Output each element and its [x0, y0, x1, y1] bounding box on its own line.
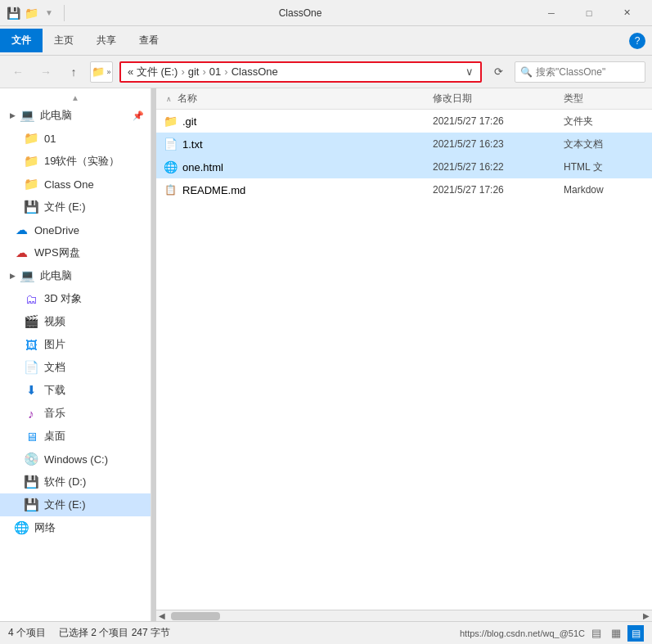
titlebar-save-icon[interactable]: 💾 — [7, 7, 20, 20]
forward-button[interactable]: → — [34, 61, 57, 83]
titlebar: 💾 📁 ▼ ClassOne ─ □ ✕ — [0, 0, 652, 26]
hscroll-thumb[interactable] — [171, 612, 220, 620]
tab-view[interactable]: 查看 — [128, 29, 170, 52]
soft-d-icon: 💾 — [23, 474, 39, 490]
filelist: 📁 .git 2021/5/27 17:26 文件夹 📄 1.txt 2021/… — [156, 110, 652, 610]
close-button[interactable]: ✕ — [608, 0, 645, 26]
col-header-type[interactable]: 类型 — [564, 92, 645, 106]
tab-home[interactable]: 主页 — [43, 29, 85, 52]
folder-19-icon: 📁 — [23, 153, 39, 169]
address-bar-input[interactable]: « 文件 (E:) › git › 01 › ClassOne ∨ — [119, 61, 482, 83]
sidebar-item-music[interactable]: ♪ 音乐 — [0, 402, 151, 425]
sidebar-item-this-pc[interactable]: ▶ 💻 此电脑 — [0, 264, 151, 287]
refresh-button[interactable]: ⟳ — [487, 61, 510, 83]
sidebar-item-file-e[interactable]: 💾 文件 (E:) — [0, 493, 151, 516]
onehtml-name-label: one.html — [182, 161, 223, 173]
items-count: 4 个项目 — [8, 626, 46, 640]
sidebar-item-video[interactable]: 🎬 视频 — [0, 310, 151, 333]
file-row-readme[interactable]: 📋 README.md 2021/5/27 17:26 Markdow — [156, 178, 652, 201]
help-button[interactable]: ? — [629, 33, 645, 49]
readme-name-label: README.md — [182, 184, 245, 196]
breadcrumb: « 文件 (E:) › git › 01 › ClassOne — [128, 65, 278, 79]
sidebar-label-soft-d: 软件 (D:) — [44, 475, 86, 489]
hscroll-left[interactable]: ◀ — [156, 610, 168, 622]
tab-share[interactable]: 共享 — [85, 29, 128, 52]
sidebar-label-this-pc: 此电脑 — [40, 268, 72, 283]
sidebar-scroll-up[interactable]: ▲ — [0, 92, 151, 104]
search-input[interactable] — [536, 66, 652, 78]
folder-icon: 📁 » — [90, 61, 113, 83]
sidebar-item-desktop[interactable]: 🖥 桌面 — [0, 425, 151, 448]
view-active-button[interactable]: ▤ — [627, 625, 644, 642]
breadcrumb-01: 01 — [209, 65, 221, 78]
file-name-readme: 📋 README.md — [163, 182, 433, 197]
onehtml-date: 2021/5/27 16:22 — [433, 161, 564, 173]
hscroll-right[interactable]: ▶ — [641, 610, 652, 622]
addressbar: ← → ↑ 📁 » « 文件 (E:) › git › 01 › ClassOn… — [0, 56, 652, 88]
music-icon: ♪ — [23, 405, 39, 421]
view-grid-button[interactable]: ▦ — [608, 625, 624, 642]
sidebar-item-pic[interactable]: 🖼 图片 — [0, 333, 151, 356]
website-label: https://blog.csdn.net/wq_@51C — [460, 628, 585, 638]
doc-icon: 📄 — [23, 359, 39, 376]
sidebar-item-this-pc-top[interactable]: ▶ 💻 此电脑 📌 — [0, 104, 151, 127]
file-row-onehtml[interactable]: 🌐 one.html 2021/5/27 16:22 HTML 文 — [156, 155, 652, 178]
pic-icon: 🖼 — [23, 336, 39, 353]
windows-c-icon: 💿 — [23, 451, 39, 467]
video-icon: 🎬 — [23, 313, 39, 330]
main-area: ▲ ▶ 💻 此电脑 📌 📁 01 📁 19软件（实验） 📁 Class One … — [0, 88, 652, 621]
titlebar-folder-icon[interactable]: 📁 — [25, 7, 38, 20]
selected-count: 已选择 2 个项目 247 字节 — [59, 626, 170, 640]
readme-type: Markdow — [564, 184, 645, 196]
minimize-button[interactable]: ─ — [533, 0, 570, 26]
sidebar-item-onedrive[interactable]: ☁ OneDrive — [0, 218, 151, 241]
search-box[interactable]: 🔍 — [515, 61, 645, 83]
filelist-header: ∧ 名称 修改日期 类型 — [156, 88, 652, 110]
up-button[interactable]: ↑ — [62, 61, 85, 83]
sidebar-item-19[interactable]: 📁 19软件（实验） — [0, 150, 151, 173]
sidebar: ▲ ▶ 💻 此电脑 📌 📁 01 📁 19软件（实验） 📁 Class One … — [0, 88, 151, 621]
sidebar-item-doc[interactable]: 📄 文档 — [0, 356, 151, 379]
git-type: 文件夹 — [564, 115, 645, 128]
sort-arrow-area: ∧ — [163, 95, 174, 103]
computer-icon: 💻 — [19, 107, 35, 124]
download-icon: ⬇ — [23, 382, 39, 399]
address-dropdown[interactable]: ∨ — [465, 65, 474, 78]
file-row-1txt[interactable]: 📄 1.txt 2021/5/27 16:23 文本文档 — [156, 133, 652, 155]
titlebar-arrow-icon: ▼ — [43, 7, 56, 20]
view-list-button[interactable]: ▤ — [588, 625, 605, 642]
tab-file[interactable]: 文件 — [0, 29, 43, 52]
file-row-git[interactable]: 📁 .git 2021/5/27 17:26 文件夹 — [156, 110, 652, 133]
sidebar-item-classone[interactable]: 📁 Class One — [0, 173, 151, 196]
sidebar-label-this-pc-top: 此电脑 — [40, 108, 72, 123]
sidebar-label-classone: Class One — [44, 178, 94, 191]
col-header-date[interactable]: 修改日期 — [433, 92, 564, 106]
sidebar-item-01[interactable]: 📁 01 — [0, 127, 151, 150]
sidebar-item-soft-d[interactable]: 💾 软件 (D:) — [0, 471, 151, 493]
sidebar-label-doc: 文档 — [44, 360, 65, 375]
sidebar-item-3d[interactable]: 🗂 3D 对象 — [0, 287, 151, 310]
col-header-name[interactable]: 名称 — [178, 92, 433, 106]
statusbar-right: https://blog.csdn.net/wq_@51C ▤ ▦ ▤ — [460, 625, 644, 642]
breadcrumb-prefix: « 文件 (E:) — [128, 65, 178, 79]
desktop-icon: 🖥 — [23, 428, 39, 444]
1txt-date: 2021/5/27 16:23 — [433, 138, 564, 150]
sidebar-label-file-e: 文件 (E:) — [44, 498, 86, 512]
this-pc-icon: 💻 — [19, 268, 35, 284]
sidebar-item-drive-e-top[interactable]: 💾 文件 (E:) — [0, 196, 151, 218]
sidebar-item-wps[interactable]: ☁ WPS网盘 — [0, 241, 151, 264]
html-icon: 🌐 — [163, 160, 178, 174]
back-button[interactable]: ← — [7, 61, 29, 83]
search-icon: 🔍 — [520, 66, 533, 78]
maximize-button[interactable]: □ — [570, 0, 608, 26]
sidebar-item-windows-c[interactable]: 💿 Windows (C:) — [0, 448, 151, 471]
file-name-1txt: 📄 1.txt — [163, 137, 433, 151]
folder-01-icon: 📁 — [23, 130, 39, 146]
file-name-onehtml: 🌐 one.html — [163, 160, 433, 174]
horizontal-scrollbar[interactable]: ◀ ▶ — [156, 610, 652, 621]
txt-icon: 📄 — [163, 137, 178, 151]
sidebar-item-download[interactable]: ⬇ 下载 — [0, 379, 151, 402]
sidebar-label-wps: WPS网盘 — [34, 245, 80, 260]
hscroll-track[interactable] — [171, 612, 637, 620]
sidebar-item-network[interactable]: 🌐 网络 — [0, 516, 151, 539]
